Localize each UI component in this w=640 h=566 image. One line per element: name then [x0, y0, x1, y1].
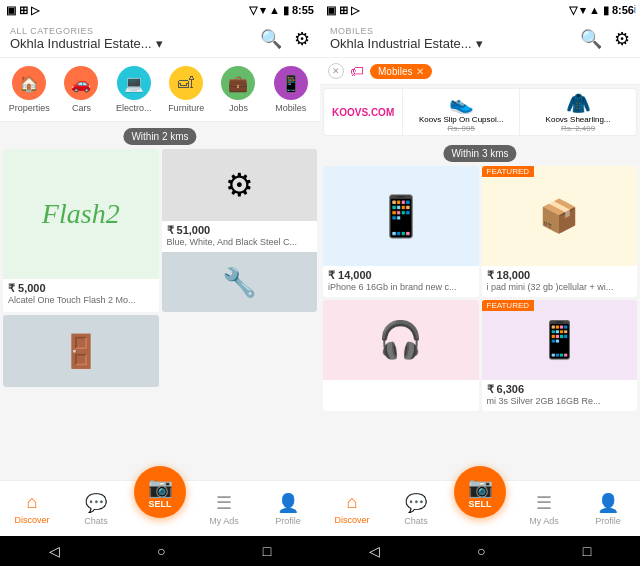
category-label-jobs: Jobs	[229, 103, 248, 113]
filter-bar: ✕ 🏷 Mobiles ✕	[320, 58, 640, 85]
nav-discover-right[interactable]: ⌂ Discover	[320, 492, 384, 525]
filter-icon[interactable]: ⚙	[294, 28, 310, 50]
home-icon-left[interactable]: ○	[157, 543, 165, 559]
within-container-left: Within 2 kms	[0, 122, 320, 146]
category-label-furniture: Furniture	[168, 103, 204, 113]
time-right: 8:56	[612, 4, 634, 16]
category-item-jobs[interactable]: 💼 Jobs	[215, 66, 261, 113]
ad-jacket-icon: 🧥	[566, 91, 591, 115]
category-item-mobiles[interactable]: 📱 Mobiles	[268, 66, 314, 113]
location-selector-right[interactable]: Okhla Industrial Estate... ▾	[330, 36, 483, 51]
status-icons-left: ▣ ⊞ ▷	[6, 4, 39, 17]
nav-label-myads-right: My Ads	[529, 516, 559, 526]
nav-profile-right[interactable]: 👤 Profile	[576, 492, 640, 526]
nav-profile-left[interactable]: 👤 Profile	[256, 492, 320, 526]
left-panel: ▣ ⊞ ▷ ▽ ▾ ▲ ▮ 8:55 ALL CATEGORIES Okhla …	[0, 0, 320, 566]
category-item-cars[interactable]: 🚗 Cars	[58, 66, 104, 113]
bottom-nav-left: ⌂ Discover 💬 Chats ☰ My Ads 👤 Profile 📷 …	[0, 480, 320, 536]
listings-grid-right: 📱 ₹ 14,000 iPhone 6 16Gb in brand new c.…	[320, 163, 640, 414]
ad-item-1: 👟 Koovs Slip On Cupsol... Rs. 995	[402, 89, 519, 135]
listing-card-door[interactable]: 🚪	[3, 315, 159, 387]
flash2-text: Flash2	[42, 198, 120, 230]
listing-card-ipad[interactable]: FEATURED 📦 ₹ 18,000 i pad mini (32 gb )c…	[482, 166, 638, 297]
location-selector-left[interactable]: Okhla Industrial Estate... ▾	[10, 36, 163, 51]
discover-icon-left: ⌂	[27, 492, 38, 513]
battery-icon: ▮	[283, 4, 289, 17]
camera-icon-left: 📷	[148, 475, 173, 499]
status-icons-right-left: ▣ ⊞ ▷	[326, 4, 359, 17]
filter-chip-close[interactable]: ✕	[328, 63, 344, 79]
nav-discover-left[interactable]: ⌂ Discover	[0, 492, 64, 525]
electronics-icon: 💻	[117, 66, 151, 100]
wifi-icon: ▾	[260, 4, 266, 17]
recent-icon-left[interactable]: □	[263, 543, 271, 559]
listing-card-iphone[interactable]: 📱 ₹ 14,000 iPhone 6 16Gb in brand new c.…	[323, 166, 479, 297]
earphones-img: 🎧	[323, 300, 479, 380]
listing-title-machine: Blue, White, And Black Steel C...	[167, 237, 313, 247]
category-item-electronics[interactable]: 💻 Electro...	[111, 66, 157, 113]
chip-mobiles-label: Mobiles	[378, 66, 412, 77]
recent-icon-right[interactable]: □	[583, 543, 591, 559]
category-item-furniture[interactable]: 🛋 Furniture	[163, 66, 209, 113]
wifi-icon-r: ▾	[580, 4, 586, 17]
home-icon-right[interactable]: ○	[477, 543, 485, 559]
machine-img: ⚙	[162, 149, 318, 221]
search-icon[interactable]: 🔍	[260, 28, 282, 50]
listing-card-xiaomi[interactable]: FEATURED 📱 ₹ 6,306 mi 3s Silver 2GB 16GB…	[482, 300, 638, 411]
ad-item1-orig: Rs. 995	[447, 124, 475, 133]
chevron-down-icon: ▾	[156, 36, 163, 51]
within-badge-right: Within 3 kms	[443, 145, 516, 162]
category-label-right: MOBILES	[330, 26, 483, 36]
machine-img2: 🔧	[162, 252, 318, 312]
ipad-img: 📦	[482, 166, 638, 266]
xiaomi-img: 📱	[482, 300, 638, 380]
filter-chip-mobiles[interactable]: Mobiles ✕	[370, 64, 432, 79]
notification-icon: ▣	[6, 4, 16, 17]
nav-myads-right[interactable]: ☰ My Ads	[512, 492, 576, 526]
within-container-right: Within 3 kms	[320, 139, 640, 163]
listing-price-machine: ₹ 51,000	[167, 224, 313, 237]
ad-item-2: 🧥 Koovs Shearling... Rs. 2,499	[519, 89, 636, 135]
listing-info-flash2: ₹ 5,000 Alcatel One Touch Flash 2 Mo...	[3, 279, 159, 310]
chip-remove-icon[interactable]: ✕	[416, 66, 424, 77]
chats-icon-left: 💬	[85, 492, 107, 514]
signal-icon-r: ▲	[589, 4, 600, 16]
listing-title-ipad: i pad mini (32 gb )cellular + wi...	[487, 282, 633, 292]
search-icon-r[interactable]: 🔍	[580, 28, 602, 50]
listing-price-ipad: ₹ 18,000	[487, 269, 633, 282]
nav-chats-left[interactable]: 💬 Chats	[64, 492, 128, 526]
listing-card-earphones[interactable]: 🎧	[323, 300, 479, 411]
filter-icon-r[interactable]: ⚙	[614, 28, 630, 50]
nav-chats-right[interactable]: 💬 Chats	[384, 492, 448, 526]
media-icon: ▷	[31, 4, 39, 17]
listing-title-xiaomi: mi 3s Silver 2GB 16GB Re...	[487, 396, 633, 406]
chevron-down-icon-r: ▾	[476, 36, 483, 51]
listing-card-flash2[interactable]: Flash2 ₹ 5,000 Alcatel One Touch Flash 2…	[3, 149, 159, 312]
listings-grid-left: Flash2 ₹ 5,000 Alcatel One Touch Flash 2…	[0, 146, 320, 390]
nav-myads-left[interactable]: ☰ My Ads	[192, 492, 256, 526]
ad-item2-label: Koovs Shearling...	[546, 115, 611, 124]
sell-button-right[interactable]: 📷 SELL	[454, 466, 506, 518]
within-badge-left: Within 2 kms	[123, 128, 196, 145]
sell-button-left[interactable]: 📷 SELL	[134, 466, 186, 518]
ad-banner[interactable]: KOOVS.COM 👟 Koovs Slip On Cupsol... Rs. …	[323, 88, 637, 136]
nav-label-profile-right: Profile	[595, 516, 621, 526]
profile-icon-left: 👤	[277, 492, 299, 514]
nav-label-chats-left: Chats	[84, 516, 108, 526]
filter-close-icon[interactable]: ✕	[328, 63, 344, 79]
sell-label-right: SELL	[468, 499, 491, 509]
listing-info-ipad: ₹ 18,000 i pad mini (32 gb )cellular + w…	[482, 266, 638, 297]
listings-area-right: Within 3 kms 📱 ₹ 14,000 iPhone 6 16Gb in…	[320, 139, 640, 480]
properties-icon: 🏠	[12, 66, 46, 100]
status-bar-right: ▣ ⊞ ▷ ▽ ▾ ▲ ▮ 8:56	[320, 0, 640, 20]
category-item-properties[interactable]: 🏠 Properties	[6, 66, 52, 113]
myads-icon-right: ☰	[536, 492, 552, 514]
location-icon: ▽	[249, 4, 257, 17]
listing-card-machine[interactable]: ⚙ ₹ 51,000 Blue, White, And Black Steel …	[162, 149, 318, 312]
back-icon-right[interactable]: ◁	[369, 543, 380, 559]
ad-items: 👟 Koovs Slip On Cupsol... Rs. 995 🧥 Koov…	[402, 89, 636, 135]
cars-icon: 🚗	[64, 66, 98, 100]
nav-label-chats-right: Chats	[404, 516, 428, 526]
back-icon-left[interactable]: ◁	[49, 543, 60, 559]
location-text-right: Okhla Industrial Estate...	[330, 36, 472, 51]
